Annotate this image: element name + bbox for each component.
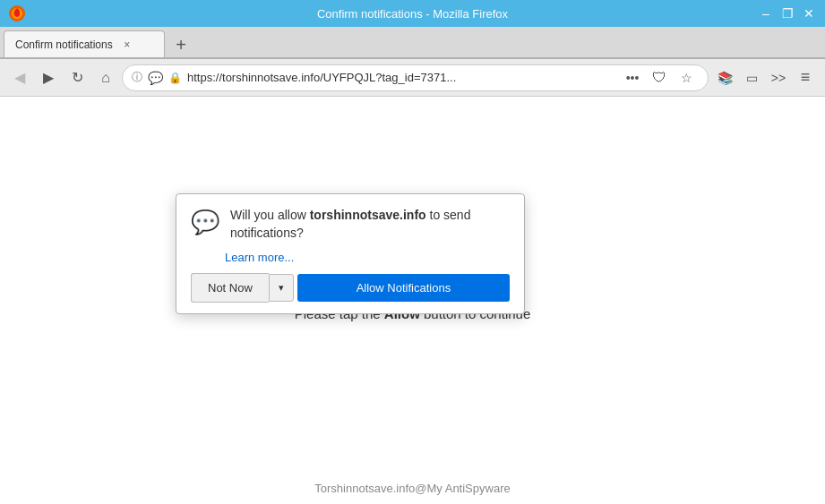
active-tab[interactable]: Confirm notifications × xyxy=(4,30,165,57)
new-tab-button[interactable]: + xyxy=(168,32,193,57)
minimize-button[interactable]: – xyxy=(757,4,775,22)
chat-icon: 💬 xyxy=(148,71,163,85)
not-now-button[interactable]: Not Now xyxy=(191,273,269,303)
tab-close-button[interactable]: × xyxy=(120,38,134,52)
navigation-bar: ◀ ▶ ↻ ⌂ ⓘ 💬 🔒 ••• 🛡 ☆ 📚 ▭ >> ≡ xyxy=(0,59,825,97)
tab-label: Confirm notifications xyxy=(15,38,113,51)
forward-button[interactable]: ▶ xyxy=(36,65,61,90)
popup-site: torshinnotsave.info xyxy=(310,208,426,222)
popup-message: Will you allow torshinnotsave.info to se… xyxy=(230,207,510,242)
reload-button[interactable]: ↻ xyxy=(64,65,90,90)
title-bar: Confirm notifications - Mozilla Firefox … xyxy=(0,0,825,27)
window-controls: – ❐ ✕ xyxy=(757,4,818,22)
back-button[interactable]: ◀ xyxy=(7,65,32,90)
container-icon[interactable]: 🛡 xyxy=(647,65,672,90)
url-bar-extras: ••• 🛡 ☆ xyxy=(620,65,699,90)
learn-more-link[interactable]: Learn more... xyxy=(225,251,510,264)
popup-buttons: Not Now ▾ Allow Notifications xyxy=(191,273,510,303)
more-button[interactable]: ••• xyxy=(620,65,645,90)
info-icon: ⓘ xyxy=(132,70,142,85)
not-now-dropdown-button[interactable]: ▾ xyxy=(269,274,294,302)
title-bar-text: Confirm notifications - Mozilla Firefox xyxy=(317,7,508,21)
url-bar-container: ⓘ 💬 🔒 ••• 🛡 ☆ xyxy=(122,64,709,91)
firefox-logo xyxy=(7,4,27,23)
library-button[interactable]: 📚 xyxy=(712,65,737,90)
popup-header: 💬 Will you allow torshinnotsave.info to … xyxy=(191,207,510,242)
sidebar-button[interactable]: ▭ xyxy=(739,65,764,90)
browser-content: 💬 Will you allow torshinnotsave.info to … xyxy=(0,97,825,504)
hamburger-menu[interactable]: ≡ xyxy=(793,65,818,90)
notification-popup: 💬 Will you allow torshinnotsave.info to … xyxy=(176,193,525,314)
close-button[interactable]: ✕ xyxy=(800,4,818,22)
footer-text: Torshinnotsave.info@My AntiSpyware xyxy=(314,482,510,495)
tab-bar: Confirm notifications × + xyxy=(0,27,825,59)
home-button[interactable]: ⌂ xyxy=(93,65,118,90)
notification-icon: 💬 xyxy=(191,209,219,236)
restore-button[interactable]: ❐ xyxy=(778,4,796,22)
popup-message-prefix: Will you allow xyxy=(230,208,310,222)
lock-icon: 🔒 xyxy=(168,72,182,84)
toolbar-buttons: 📚 ▭ >> ≡ xyxy=(712,65,818,90)
bookmark-button[interactable]: ☆ xyxy=(674,65,699,90)
overflow-button[interactable]: >> xyxy=(766,65,791,90)
allow-notifications-button[interactable]: Allow Notifications xyxy=(297,274,510,302)
url-input[interactable] xyxy=(187,71,614,84)
